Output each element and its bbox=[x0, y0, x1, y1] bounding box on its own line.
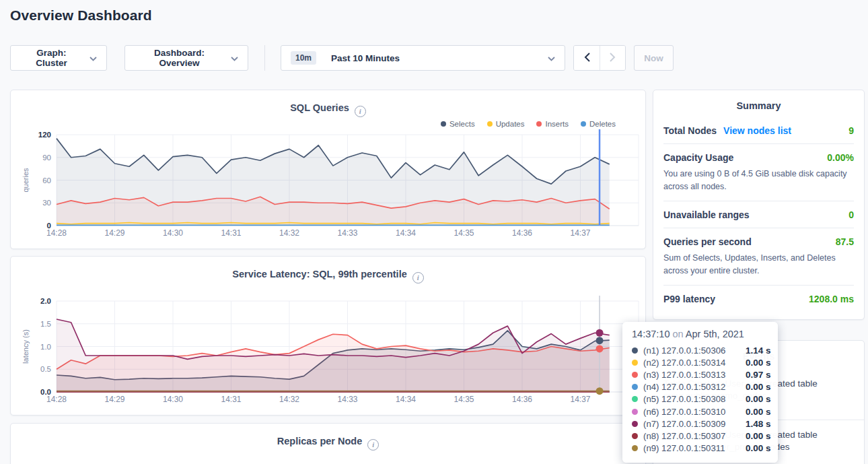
svg-text:2.0: 2.0 bbox=[40, 297, 51, 305]
svg-text:14:29: 14:29 bbox=[104, 395, 124, 404]
latency-chart-plot[interactable]: 0.00.51.01.52.014:2814:2914:3014:3114:32… bbox=[11, 257, 645, 415]
svg-text:90: 90 bbox=[42, 154, 51, 162]
chevron-down-icon bbox=[548, 53, 555, 63]
tooltip-node-row: (n6) 127.0.0.1:503100.00 s bbox=[632, 405, 768, 418]
tooltip-node-value: 0.00 s bbox=[746, 394, 771, 404]
time-next-button[interactable] bbox=[600, 46, 625, 70]
tooltip-node-label: (n1) 127.0.0.1:50306 bbox=[643, 345, 746, 356]
summary-row-header: P99 latency1208.0 ms bbox=[663, 294, 854, 304]
graph-dropdown-label: Graph: Cluster bbox=[20, 48, 83, 68]
node-color-dot bbox=[632, 445, 638, 451]
chevron-right-icon bbox=[610, 53, 616, 64]
summary-row-description: Sum of Selects, Updates, Inserts, and De… bbox=[663, 252, 854, 277]
view-nodes-list-link[interactable]: View nodes list bbox=[723, 125, 791, 136]
info-icon[interactable]: i bbox=[367, 439, 379, 451]
dashboard-dropdown-label: Dashboard: Overview bbox=[135, 48, 224, 68]
chart-title-text: Replicas per Node bbox=[277, 436, 363, 446]
summary-row: Capacity Usage0.00%You are using 0 B of … bbox=[663, 143, 854, 201]
time-range-label: Past 10 Minutes bbox=[331, 53, 400, 63]
summary-row-value: 0 bbox=[848, 209, 854, 220]
summary-row-header: Unavailable ranges0 bbox=[663, 209, 854, 220]
summary-title: Summary bbox=[653, 90, 864, 111]
tooltip-node-value: 0.00 s bbox=[746, 358, 771, 368]
time-prev-button[interactable] bbox=[574, 46, 600, 70]
tooltip-node-value: 1.14 s bbox=[746, 345, 771, 356]
summary-row-header: Queries per second87.5 bbox=[663, 236, 854, 247]
chevron-down-icon bbox=[231, 53, 238, 63]
chevron-left-icon bbox=[584, 53, 590, 64]
summary-row: P99 latency1208.0 ms bbox=[663, 285, 854, 312]
svg-text:14:34: 14:34 bbox=[396, 228, 416, 238]
svg-text:queries: queries bbox=[22, 168, 30, 193]
tooltip-node-row: (n2) 127.0.0.1:503140.00 s bbox=[632, 356, 768, 368]
summary-row-label: Total Nodes bbox=[663, 125, 717, 136]
dashboard-dropdown[interactable]: Dashboard: Overview bbox=[124, 45, 248, 71]
tooltip-node-label: (n6) 127.0.0.1:50310 bbox=[643, 407, 746, 417]
svg-text:14:31: 14:31 bbox=[221, 395, 241, 404]
svg-text:14:28: 14:28 bbox=[46, 395, 67, 404]
tooltip-node-row: (n8) 127.0.0.1:503070.00 s bbox=[632, 430, 768, 442]
tooltip-node-value: 0.00 s bbox=[746, 431, 771, 441]
svg-text:14:36: 14:36 bbox=[512, 395, 532, 404]
now-button[interactable]: Now bbox=[634, 45, 674, 71]
tooltip-node-label: (n2) 127.0.0.1:50314 bbox=[643, 358, 746, 368]
summary-row-value: 87.5 bbox=[836, 236, 854, 247]
summary-row-header: Capacity Usage0.00% bbox=[663, 152, 854, 163]
page-title: Overview Dashboard bbox=[10, 7, 152, 24]
chart-title: Replicas per Nodei bbox=[11, 436, 645, 451]
tooltip-node-value: 0.00 s bbox=[746, 443, 771, 453]
svg-text:1.0: 1.0 bbox=[40, 343, 51, 351]
svg-text:14:31: 14:31 bbox=[221, 228, 241, 238]
tooltip-node-label: (n3) 127.0.0.1:50313 bbox=[643, 370, 746, 380]
summary-row-label: P99 latency bbox=[663, 294, 715, 304]
service-latency-panel: Service Latency: SQL, 99th percentilei0.… bbox=[10, 256, 646, 416]
svg-text:120: 120 bbox=[38, 131, 51, 139]
summary-row-header: Total NodesView nodes list9 bbox=[663, 125, 854, 136]
node-color-dot bbox=[632, 409, 638, 415]
svg-text:14:33: 14:33 bbox=[337, 395, 357, 404]
svg-text:14:32: 14:32 bbox=[279, 228, 299, 238]
node-color-dot bbox=[632, 384, 638, 390]
svg-text:1.5: 1.5 bbox=[40, 320, 51, 328]
svg-text:latency (s): latency (s) bbox=[22, 329, 30, 364]
tooltip-node-row: (n1) 127.0.0.1:503061.14 s bbox=[632, 344, 768, 356]
summary-row-value: 1208.0 ms bbox=[809, 294, 854, 304]
time-range-badge: 10m bbox=[291, 51, 316, 65]
tooltip-node-row: (n9) 127.0.0.1:503110.00 s bbox=[632, 442, 768, 455]
node-color-dot bbox=[632, 396, 638, 402]
tooltip-node-label: (n9) 127.0.0.1:50311 bbox=[643, 443, 746, 453]
chevron-down-icon bbox=[89, 53, 97, 63]
node-color-dot bbox=[632, 372, 638, 378]
tooltip-node-row: (n3) 127.0.0.1:503130.97 s bbox=[632, 368, 768, 380]
tooltip-node-value: 1.48 s bbox=[746, 419, 771, 429]
summary-row-label: Capacity Usage bbox=[663, 152, 733, 163]
tooltip-node-value: 0.00 s bbox=[746, 407, 771, 417]
node-color-dot bbox=[632, 347, 638, 354]
tooltip-node-label: (n8) 127.0.0.1:50307 bbox=[643, 431, 746, 441]
svg-text:14:36: 14:36 bbox=[512, 228, 532, 238]
svg-text:60: 60 bbox=[42, 176, 51, 185]
summary-row: Queries per second87.5Sum of Selects, Up… bbox=[663, 228, 854, 285]
tooltip-node-row: (n5) 127.0.0.1:503080.00 s bbox=[632, 393, 768, 405]
summary-panel: Summary Total NodesView nodes list9Capac… bbox=[653, 90, 865, 320]
summary-row: Unavailable ranges0 bbox=[663, 201, 854, 228]
tooltip-node-label: (n4) 127.0.0.1:50312 bbox=[643, 382, 746, 392]
node-color-dot bbox=[632, 360, 638, 366]
svg-text:14:28: 14:28 bbox=[46, 228, 67, 238]
svg-text:14:29: 14:29 bbox=[104, 228, 124, 238]
summary-row: Total NodesView nodes list9 bbox=[663, 117, 854, 143]
tooltip-node-value: 0.00 s bbox=[746, 382, 771, 392]
tooltip-timestamp: 14:37:10 on Apr 5th, 2021 bbox=[632, 329, 768, 339]
summary-row-label: Queries per second bbox=[663, 236, 752, 247]
node-color-dot bbox=[632, 433, 638, 439]
summary-row-value: 9 bbox=[848, 125, 854, 136]
toolbar: Graph: Cluster Dashboard: Overview 10m P… bbox=[10, 45, 674, 71]
time-range-dropdown[interactable]: 10m Past 10 Minutes bbox=[281, 45, 565, 71]
svg-text:0.5: 0.5 bbox=[40, 365, 51, 373]
svg-text:14:35: 14:35 bbox=[454, 395, 474, 404]
svg-text:14:30: 14:30 bbox=[163, 395, 183, 404]
graph-dropdown[interactable]: Graph: Cluster bbox=[10, 45, 107, 71]
svg-text:14:32: 14:32 bbox=[279, 395, 299, 404]
tooltip-node-row: (n4) 127.0.0.1:503120.00 s bbox=[632, 381, 768, 393]
sql-queries-chart-plot[interactable]: 030609012014:2814:2914:3014:3114:3214:33… bbox=[11, 90, 645, 248]
